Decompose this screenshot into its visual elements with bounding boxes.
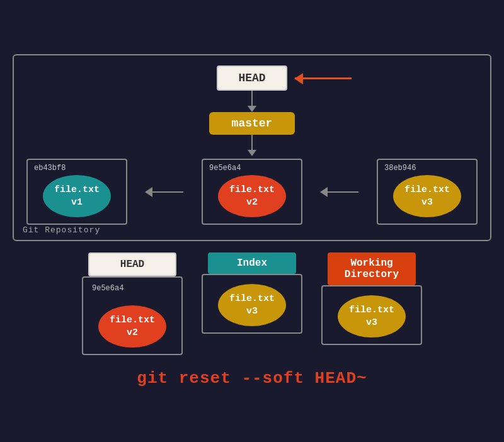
command-line: git reset --soft HEAD~ <box>137 369 367 388</box>
blob-1: file.txtv1 <box>43 175 111 217</box>
bottom-head-hash: 9e5e6a4 <box>92 284 123 293</box>
bottom-wd-label: WorkingDirectory <box>328 252 416 285</box>
bottom-wd-box: file.txtv3 <box>321 285 422 345</box>
bottom-blob-wd: file.txtv3 <box>338 295 406 337</box>
v-connector-2 <box>251 135 253 150</box>
bottom-index-label: Index <box>208 252 296 274</box>
main-container: HEAD master eb43bf8 file.txtv1 <box>6 54 498 388</box>
v-arrow-2 <box>248 150 256 156</box>
commit-box-1: eb43bf8 file.txtv1 <box>26 159 127 225</box>
v-arrow-1 <box>248 106 256 112</box>
bottom-head-box: 9e5e6a4 file.txtv2 <box>82 276 183 355</box>
head-arrow <box>295 77 352 79</box>
commit-box-2: 9e5e6a4 file.txtv2 <box>202 159 302 225</box>
bottom-blob-head: file.txtv2 <box>98 305 166 348</box>
master-box: master <box>209 112 295 135</box>
commit-hash-3: 38eb946 <box>384 164 416 173</box>
bottom-col-wd: WorkingDirectory file.txtv3 <box>321 252 422 345</box>
bottom-blob-index: file.txtv3 <box>218 284 286 326</box>
commit-box-3: 38eb946 file.txtv3 <box>377 159 478 225</box>
git-repo-label: Git Repository <box>23 225 100 235</box>
bottom-head-label: HEAD <box>88 252 176 276</box>
commit-hash-1: eb43bf8 <box>34 164 66 173</box>
arrow-2-3 <box>302 191 377 193</box>
bottom-col-index: Index file.txtv3 <box>202 252 302 334</box>
commits-row: eb43bf8 file.txtv1 9e5e6a4 file.txtv2 38… <box>26 159 478 225</box>
v-connector-1 <box>251 91 253 106</box>
bottom-col-head: HEAD 9e5e6a4 file.txtv2 <box>82 252 183 355</box>
head-box: HEAD <box>217 65 287 91</box>
blob-3: file.txtv3 <box>393 175 461 217</box>
bottom-section: HEAD 9e5e6a4 file.txtv2 Index file.txtv3… <box>13 252 491 355</box>
head-row: HEAD <box>152 65 351 91</box>
commit-hash-2: 9e5e6a4 <box>209 164 241 173</box>
git-repo-box: HEAD master eb43bf8 file.txtv1 <box>13 54 491 241</box>
arrow-1-2 <box>127 191 202 193</box>
blob-2: file.txtv2 <box>218 175 286 217</box>
bottom-index-box: file.txtv3 <box>202 274 302 334</box>
